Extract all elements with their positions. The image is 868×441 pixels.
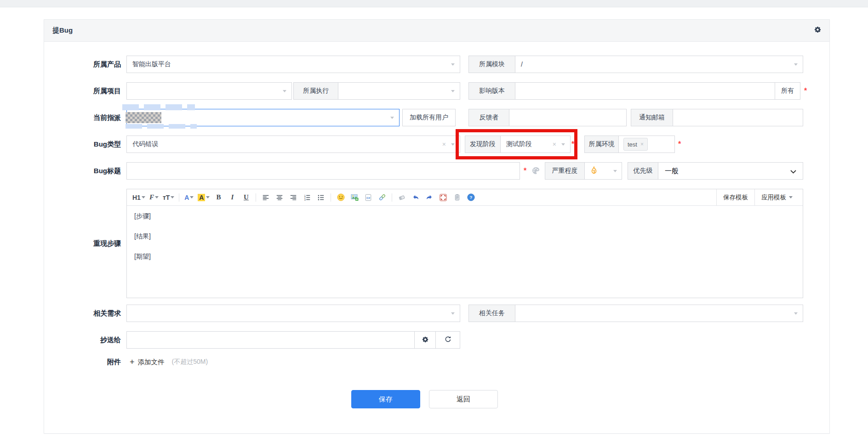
bug-type-select[interactable]: 代码错误 ×: [126, 136, 460, 153]
svg-text:3: 3: [304, 198, 306, 201]
top-strip: [0, 0, 868, 7]
steps-line: [期望]: [134, 252, 795, 261]
project-select[interactable]: [126, 82, 292, 100]
cc-refresh-button[interactable]: [435, 331, 460, 349]
help-icon[interactable]: ?: [464, 192, 478, 204]
steps-label: 重现步骤: [58, 235, 121, 252]
priority-select[interactable]: 优先级 一般: [628, 162, 803, 180]
save-button[interactable]: 保存: [351, 390, 420, 408]
clear-icon[interactable]: ×: [553, 141, 556, 147]
insert-image-icon[interactable]: [348, 192, 361, 204]
notify-email-field[interactable]: 通知邮箱: [631, 109, 803, 126]
emoji-icon[interactable]: [334, 192, 348, 204]
editor-content[interactable]: [步骤] [结果] [期望]: [127, 206, 803, 277]
align-center-icon[interactable]: [273, 192, 286, 204]
feedback-by-addon-label: 反馈者: [469, 109, 509, 126]
highlight-color-button[interactable]: A: [196, 192, 211, 204]
cc-label: 抄送给: [58, 331, 121, 349]
italic-button[interactable]: I: [225, 192, 239, 204]
gear-icon: [422, 336, 428, 344]
clear-icon[interactable]: ×: [442, 141, 446, 147]
attachment-row: + 添加文件 (不超过50M): [130, 356, 208, 368]
attachment-label: 附件: [58, 356, 121, 368]
undo-icon[interactable]: [409, 192, 423, 204]
add-file-button[interactable]: + 添加文件: [130, 358, 165, 367]
severity-flame-icon: 3: [589, 166, 599, 176]
panel-settings-button[interactable]: [814, 26, 821, 35]
redo-icon[interactable]: [423, 192, 436, 204]
font-color-button[interactable]: A: [182, 192, 196, 204]
align-right-icon[interactable]: [286, 192, 300, 204]
paste-clipboard-icon[interactable]: [450, 192, 464, 204]
plus-icon: +: [130, 358, 135, 366]
related-story-select[interactable]: [126, 305, 460, 322]
toolbar-divider: [179, 193, 179, 202]
chevron-down-icon: [451, 63, 455, 68]
apply-template-button[interactable]: 应用模板: [754, 189, 803, 206]
found-stage-select[interactable]: 发现阶段 测试阶段 ×: [465, 136, 571, 153]
steps-line: [步骤]: [134, 211, 795, 220]
bold-button[interactable]: B: [211, 192, 225, 204]
chevron-down-icon: [613, 170, 617, 174]
insert-link-icon[interactable]: [375, 192, 389, 204]
ordered-list-icon[interactable]: 123: [300, 192, 314, 204]
save-template-button[interactable]: 保存模板: [716, 189, 754, 206]
chevron-down-icon: [283, 90, 286, 94]
refresh-icon: [445, 336, 451, 344]
severity-select[interactable]: 严重程度 3: [545, 162, 622, 180]
toolbar-divider: [331, 193, 331, 202]
related-task-select[interactable]: 相关任务: [468, 305, 803, 322]
font-size-button[interactable]: тT: [161, 192, 176, 204]
priority-addon-label: 优先级: [628, 163, 658, 179]
bug-title-input[interactable]: [126, 162, 520, 180]
affected-version-field[interactable]: 影响版本 所有: [468, 82, 800, 100]
editor-toolbar: H1 F тT A A B I U 123 C#: [127, 189, 803, 206]
censor-mosaic: [122, 104, 195, 110]
color-palette-icon[interactable]: [531, 166, 540, 177]
bug-form-panel: 提Bug 所属产品 智能出版平台 所属模块 / 所属项目 所属执行: [44, 19, 830, 434]
select-chevron-icon: [790, 167, 796, 175]
environment-field[interactable]: 所属环境 test ×: [584, 136, 675, 153]
chevron-down-icon: [789, 196, 793, 200]
notify-email-addon-label: 通知邮箱: [631, 109, 673, 126]
heading-button[interactable]: H1: [131, 192, 147, 204]
align-left-icon[interactable]: [259, 192, 273, 204]
required-asterisk: *: [571, 136, 574, 153]
back-button[interactable]: 返回: [429, 390, 498, 408]
fullscreen-icon[interactable]: [436, 192, 450, 204]
all-versions-button[interactable]: 所有: [775, 83, 800, 99]
environment-addon-label: 所属环境: [585, 136, 619, 153]
severity-addon-label: 严重程度: [545, 163, 585, 179]
steps-editor[interactable]: H1 F тT A A B I U 123 C#: [126, 189, 803, 298]
product-select[interactable]: 智能出版平台: [126, 56, 460, 73]
censor-mosaic: [126, 124, 197, 129]
unordered-list-icon[interactable]: [314, 192, 328, 204]
chevron-down-icon: [451, 143, 455, 147]
remove-format-eraser-icon[interactable]: [395, 192, 409, 204]
affected-version-addon-label: 影响版本: [469, 83, 515, 99]
execution-select[interactable]: 所属执行: [293, 82, 460, 100]
panel-header: 提Bug: [44, 20, 829, 42]
load-all-users-button[interactable]: 加载所有用户: [402, 109, 456, 126]
chevron-down-icon: [390, 117, 394, 121]
execution-addon-label: 所属执行: [294, 83, 338, 99]
censored-assignee-name: [126, 112, 161, 123]
module-addon-label: 所属模块: [469, 56, 515, 73]
cc-settings-button[interactable]: [414, 331, 436, 349]
feedback-by-field[interactable]: 反馈者: [468, 109, 627, 126]
module-select[interactable]: 所属模块 /: [468, 56, 803, 73]
cc-input[interactable]: [126, 331, 415, 349]
product-label: 所属产品: [58, 56, 121, 73]
chevron-down-icon: [561, 143, 565, 147]
insert-code-icon[interactable]: C#: [361, 192, 375, 204]
chevron-down-icon: [794, 63, 798, 68]
attachment-size-hint: (不超过50M): [172, 358, 208, 366]
environment-tag[interactable]: test ×: [623, 138, 648, 151]
underline-button[interactable]: U: [239, 192, 253, 204]
required-asterisk: *: [524, 162, 526, 180]
font-family-button[interactable]: F: [147, 192, 161, 204]
chevron-down-icon: [451, 312, 455, 317]
chevron-down-icon: [794, 312, 798, 317]
page: 提Bug 所属产品 智能出版平台 所属模块 / 所属项目 所属执行: [0, 0, 868, 441]
tag-remove-icon[interactable]: ×: [640, 141, 644, 147]
